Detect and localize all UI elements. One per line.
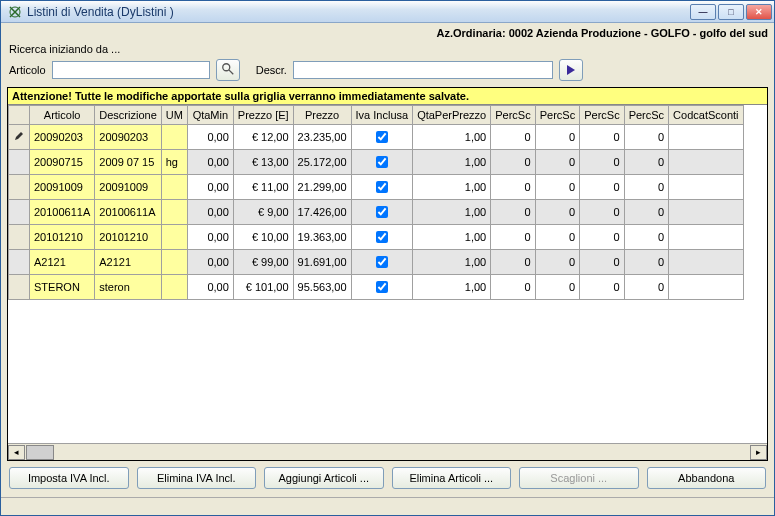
cell-qtamin[interactable]: 0,00 (187, 275, 233, 300)
cell-um[interactable] (161, 200, 187, 225)
cell-codcatsconti[interactable] (669, 225, 743, 250)
run-button[interactable] (559, 59, 583, 81)
table-row[interactable]: 20091009200910090,00€ 11,0021.299,001,00… (9, 175, 744, 200)
scaglioni-button[interactable]: Scaglioni ... (519, 467, 639, 489)
cell-prezzo[interactable]: 21.299,00 (293, 175, 351, 200)
cell-percsc-3[interactable]: 0 (580, 200, 624, 225)
cell-articolo[interactable]: 20091009 (30, 175, 95, 200)
col-percsc-3[interactable]: PercSc (580, 106, 624, 125)
cell-codcatsconti[interactable] (669, 200, 743, 225)
cell-qtamin[interactable]: 0,00 (187, 200, 233, 225)
cell-prezzo[interactable]: 25.172,00 (293, 150, 351, 175)
col-iva-inclusa[interactable]: Iva Inclusa (351, 106, 413, 125)
cell-percsc-3[interactable]: 0 (580, 150, 624, 175)
cell-prezzo[interactable]: 23.235,00 (293, 125, 351, 150)
cell-prezzoe[interactable]: € 9,00 (233, 200, 293, 225)
cell-um[interactable] (161, 175, 187, 200)
cell-percsc-3[interactable]: 0 (580, 125, 624, 150)
grid-body[interactable]: Articolo Descrizione UM QtaMin Prezzo [E… (8, 105, 767, 443)
data-grid[interactable]: Articolo Descrizione UM QtaMin Prezzo [E… (8, 105, 744, 300)
col-prezzoe[interactable]: Prezzo [E] (233, 106, 293, 125)
elimina-iva-button[interactable]: Elimina IVA Incl. (137, 467, 257, 489)
cell-percsc-2[interactable]: 0 (535, 200, 579, 225)
cell-qtaperprezzo[interactable]: 1,00 (413, 275, 491, 300)
cell-prezzoe[interactable]: € 101,00 (233, 275, 293, 300)
iva-checkbox[interactable] (376, 231, 388, 243)
cell-codcatsconti[interactable] (669, 150, 743, 175)
iva-checkbox[interactable] (376, 281, 388, 293)
cell-prezzo[interactable]: 95.563,00 (293, 275, 351, 300)
iva-checkbox[interactable] (376, 181, 388, 193)
cell-um[interactable] (161, 250, 187, 275)
col-percsc-1[interactable]: PercSc (491, 106, 535, 125)
col-prezzo[interactable]: Prezzo (293, 106, 351, 125)
iva-checkbox[interactable] (376, 256, 388, 268)
cell-prezzo[interactable]: 17.426,00 (293, 200, 351, 225)
abbandona-button[interactable]: Abbandona (647, 467, 767, 489)
table-row[interactable]: 20090203200902030,00€ 12,0023.235,001,00… (9, 125, 744, 150)
articolo-input[interactable] (52, 61, 210, 79)
col-articolo[interactable]: Articolo (30, 106, 95, 125)
cell-codcatsconti[interactable] (669, 175, 743, 200)
cell-descrizione[interactable]: steron (95, 275, 161, 300)
cell-prezzo[interactable]: 19.363,00 (293, 225, 351, 250)
aggiungi-articoli-button[interactable]: Aggiungi Articoli ... (264, 467, 384, 489)
cell-articolo[interactable]: 20101210 (30, 225, 95, 250)
cell-um[interactable] (161, 125, 187, 150)
elimina-articoli-button[interactable]: Elimina Articoli ... (392, 467, 512, 489)
cell-percsc-1[interactable]: 0 (491, 125, 535, 150)
cell-codcatsconti[interactable] (669, 250, 743, 275)
cell-articolo[interactable]: STERON (30, 275, 95, 300)
cell-percsc-2[interactable]: 0 (535, 175, 579, 200)
cell-qtamin[interactable]: 0,00 (187, 125, 233, 150)
cell-percsc-3[interactable]: 0 (580, 175, 624, 200)
cell-qtaperprezzo[interactable]: 1,00 (413, 225, 491, 250)
cell-iva-inclusa[interactable] (351, 225, 413, 250)
col-qtaperprezzo[interactable]: QtaPerPrezzo (413, 106, 491, 125)
col-qtamin[interactable]: QtaMin (187, 106, 233, 125)
cell-um[interactable] (161, 225, 187, 250)
cell-percsc-4[interactable]: 0 (624, 275, 668, 300)
scroll-right-button[interactable]: ▸ (750, 445, 767, 460)
cell-percsc-1[interactable]: 0 (491, 275, 535, 300)
scroll-thumb[interactable] (26, 445, 54, 460)
table-row[interactable]: A2121A21210,00€ 99,0091.691,001,000000 (9, 250, 744, 275)
cell-percsc-4[interactable]: 0 (624, 225, 668, 250)
cell-percsc-4[interactable]: 0 (624, 150, 668, 175)
iva-checkbox[interactable] (376, 206, 388, 218)
cell-prezzoe[interactable]: € 11,00 (233, 175, 293, 200)
cell-percsc-1[interactable]: 0 (491, 150, 535, 175)
cell-percsc-4[interactable]: 0 (624, 200, 668, 225)
cell-um[interactable]: hg (161, 150, 187, 175)
cell-percsc-1[interactable]: 0 (491, 225, 535, 250)
cell-percsc-4[interactable]: 0 (624, 125, 668, 150)
cell-qtaperprezzo[interactable]: 1,00 (413, 150, 491, 175)
table-row[interactable]: STERONsteron0,00€ 101,0095.563,001,00000… (9, 275, 744, 300)
col-percsc-4[interactable]: PercSc (624, 106, 668, 125)
cell-qtamin[interactable]: 0,00 (187, 175, 233, 200)
cell-prezzoe[interactable]: € 12,00 (233, 125, 293, 150)
search-button[interactable] (216, 59, 240, 81)
horizontal-scrollbar[interactable]: ◂ ▸ (8, 443, 767, 460)
cell-descrizione[interactable]: 20090203 (95, 125, 161, 150)
minimize-button[interactable]: — (690, 4, 716, 20)
imposta-iva-button[interactable]: Imposta IVA Incl. (9, 467, 129, 489)
cell-qtamin[interactable]: 0,00 (187, 150, 233, 175)
cell-prezzoe[interactable]: € 99,00 (233, 250, 293, 275)
cell-um[interactable] (161, 275, 187, 300)
cell-articolo[interactable]: 20090203 (30, 125, 95, 150)
col-percsc-2[interactable]: PercSc (535, 106, 579, 125)
cell-percsc-2[interactable]: 0 (535, 125, 579, 150)
cell-articolo[interactable]: A2121 (30, 250, 95, 275)
cell-percsc-1[interactable]: 0 (491, 250, 535, 275)
table-row[interactable]: 200907152009 07 15hg0,00€ 13,0025.172,00… (9, 150, 744, 175)
cell-iva-inclusa[interactable] (351, 175, 413, 200)
col-codcatsconti[interactable]: CodcatSconti (669, 106, 743, 125)
cell-iva-inclusa[interactable] (351, 200, 413, 225)
scroll-left-button[interactable]: ◂ (8, 445, 25, 460)
cell-qtaperprezzo[interactable]: 1,00 (413, 125, 491, 150)
cell-iva-inclusa[interactable] (351, 250, 413, 275)
cell-percsc-4[interactable]: 0 (624, 175, 668, 200)
cell-iva-inclusa[interactable] (351, 125, 413, 150)
cell-codcatsconti[interactable] (669, 125, 743, 150)
